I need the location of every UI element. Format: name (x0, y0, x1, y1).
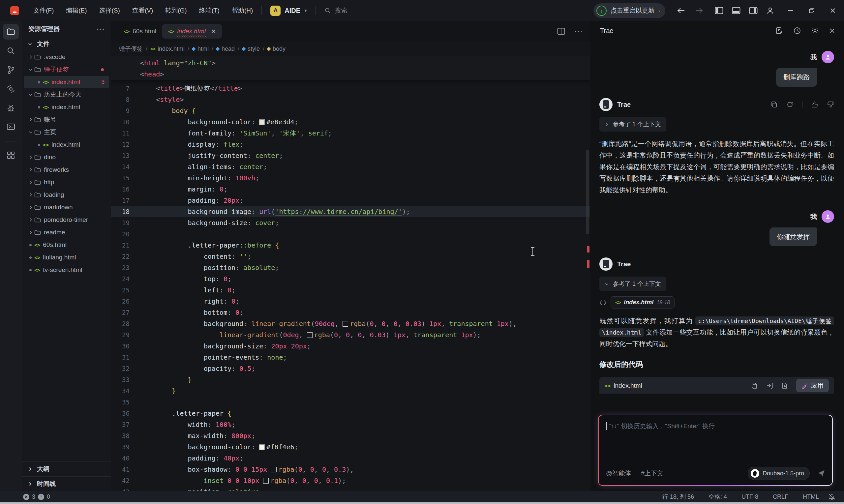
html-file-icon: <> (168, 28, 174, 35)
inline-code-path: c:\Users\tdrme\Downloads\AIDE\锤子便签 (695, 317, 834, 325)
tree-folder-fireworks[interactable]: fireworks (24, 163, 109, 176)
menu-item[interactable]: 转到(G) (165, 6, 186, 15)
new-file-icon[interactable] (781, 382, 788, 389)
status-item[interactable]: UTF-8 (741, 493, 758, 500)
menu-item[interactable]: 编辑(E) (66, 6, 87, 15)
back-button[interactable] (677, 7, 685, 14)
toggle-left-panel-icon[interactable] (715, 7, 723, 14)
close-button[interactable] (829, 7, 836, 14)
tree-folder-http[interactable]: http (24, 176, 109, 188)
chat-input-box[interactable]: "↑↓" 切换历史输入，"Shift+Enter" 换行 @智能体 #上下文 D… (598, 415, 833, 486)
tree-file-index.html[interactable]: <>index.html (24, 139, 109, 151)
editor-more-actions-icon[interactable]: ··· (574, 27, 583, 36)
code-line: 28background: linear-gradient(90deg, rgb… (111, 318, 590, 329)
activity-terminal-icon[interactable] (3, 119, 19, 135)
assistant-name: Trae (617, 101, 631, 108)
activity-debug-icon[interactable] (3, 100, 19, 116)
toggle-right-panel-icon[interactable] (749, 7, 758, 14)
split-editor-icon[interactable] (557, 28, 565, 35)
tree-folder-dino[interactable]: dino (24, 151, 109, 163)
files-section-header[interactable]: 文件 (22, 37, 111, 51)
tab-index-html[interactable]: <> index.html ✕ (162, 24, 222, 39)
context-reference-chip[interactable]: 参考了 1 个上下文 (599, 276, 666, 291)
context-reference-chip[interactable]: 参考了 1 个上下文 (599, 117, 666, 131)
outline-section[interactable]: 大纲 (22, 462, 111, 476)
tree-folder-主页[interactable]: 主页 (24, 126, 109, 139)
code-area[interactable]: <html lang="zh-CN"><head> 7<title>信纸便签</… (111, 56, 590, 491)
timeline-section[interactable]: 时间线 (22, 476, 111, 491)
close-panel-icon[interactable] (829, 28, 836, 34)
tab-60s-html[interactable]: <> 60s.html (118, 24, 162, 39)
history-icon[interactable] (793, 27, 801, 35)
restart-to-update-button[interactable]: ↓ 点击重启以更新 › (593, 3, 665, 18)
editor-scrollbar[interactable] (586, 150, 589, 234)
global-search[interactable]: 搜索 (324, 6, 347, 15)
menu-item[interactable]: 选择(S) (99, 6, 120, 15)
breadcrumb-item[interactable]: head (216, 46, 235, 52)
close-tab-icon[interactable]: ✕ (211, 28, 216, 35)
input-placeholder: "↑↓" 切换历史输入，"Shift+Enter" 换行 (609, 422, 715, 431)
tree-folder-历史上的今天[interactable]: 历史上的今天 (24, 88, 109, 101)
menu-item[interactable]: 查看(V) (132, 6, 153, 15)
mention-agent-button[interactable]: @智能体 (606, 469, 631, 478)
tree-folder-markdown[interactable]: markdown (24, 201, 109, 214)
copy-code-icon[interactable] (751, 382, 758, 389)
notifications-muted-icon[interactable] (828, 493, 836, 500)
breadcrumb-item[interactable]: style (242, 46, 260, 52)
send-button[interactable] (817, 469, 826, 478)
app-logo-icon (10, 6, 19, 15)
settings-gear-icon[interactable] (811, 27, 819, 35)
explorer-more-actions-icon[interactable]: ··· (96, 25, 105, 33)
status-item[interactable]: 空格: 4 (708, 493, 727, 501)
tree-folder-.vscode[interactable]: .vscode (24, 51, 109, 63)
code-line: 17padding: 20px; (111, 195, 590, 206)
folder-icon (34, 180, 41, 185)
activity-search-icon[interactable] (3, 43, 19, 59)
aide-workspace-switcher[interactable]: A AIDE ▾ (270, 5, 307, 16)
thumbs-up-icon[interactable] (811, 101, 818, 108)
tree-file-index.html[interactable]: <>index.html (24, 101, 109, 113)
thumbs-down-icon[interactable] (827, 101, 834, 108)
tree-file-60s.html[interactable]: <>60s.html (24, 239, 109, 251)
menu-item[interactable]: 文件(F) (33, 6, 54, 15)
tree-folder-账号[interactable]: 账号 (24, 113, 109, 126)
model-selector[interactable]: Doubao-1.5-pro (748, 467, 810, 480)
tree-folder-pomodoro-timer[interactable]: pomodoro-timer (24, 214, 109, 226)
tree-file-liuliang.html[interactable]: <>liuliang.html (24, 251, 109, 264)
activity-apps-icon[interactable] (3, 147, 19, 163)
restore-button[interactable] (808, 7, 815, 14)
tree-folder-readme[interactable]: readme (24, 226, 109, 239)
minimize-button[interactable] (787, 7, 794, 14)
file-reference-chip[interactable]: <> index.html 18-18 (611, 296, 675, 308)
line-number: 38 (111, 432, 140, 439)
apply-button[interactable]: 应用 (796, 379, 829, 392)
breadcrumb-item[interactable]: html (192, 46, 209, 52)
status-item[interactable]: 行 18, 列 56 (662, 493, 694, 501)
tree-folder-锤子便签[interactable]: 锤子便签 (24, 63, 109, 76)
code-line: 9body { (111, 105, 590, 116)
status-item[interactable]: HTML (803, 493, 819, 500)
tree-folder-loading[interactable]: loading (24, 188, 109, 201)
menu-item[interactable]: 帮助(H) (232, 6, 253, 15)
html-file-icon: <> (615, 299, 621, 306)
activity-explorer-icon[interactable] (3, 24, 19, 39)
breadcrumb-item[interactable]: 锤子便签 (119, 45, 143, 53)
breadcrumb-item[interactable]: <>index.html (150, 46, 185, 52)
activity-source-control-icon[interactable] (3, 62, 19, 78)
regenerate-icon[interactable] (786, 101, 793, 108)
tree-file-tv-screen.html[interactable]: <>tv-screen.html (24, 264, 109, 276)
insert-code-icon[interactable] (766, 382, 773, 389)
forward-button[interactable] (695, 7, 703, 14)
breadcrumb-item[interactable]: body (267, 46, 286, 52)
toggle-bottom-panel-icon[interactable] (732, 7, 740, 14)
new-chat-icon[interactable] (775, 27, 783, 35)
copy-icon[interactable] (771, 101, 778, 108)
menu-item[interactable]: 终端(T) (199, 6, 219, 15)
problems-status[interactable]: ✕ 3 ! 0 (23, 493, 50, 500)
account-icon[interactable] (766, 6, 774, 15)
status-item[interactable]: CRLF (773, 493, 788, 500)
tab-bar: <> 60s.html <> index.html ✕ ··· (111, 21, 590, 41)
tree-file-index.html[interactable]: <>index.html3 (24, 76, 109, 88)
add-context-button[interactable]: #上下文 (641, 469, 663, 478)
activity-preview-icon[interactable] (3, 81, 19, 97)
